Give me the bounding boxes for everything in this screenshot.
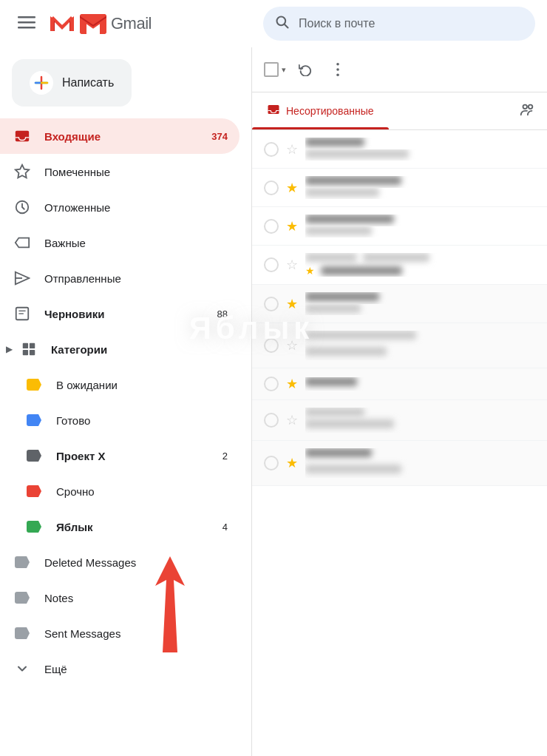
email-checkbox[interactable] — [264, 257, 279, 272]
sidebar-item-more[interactable]: Ещё — [0, 651, 239, 686]
sidebar-item-label-projectx: Проект Х — [56, 450, 222, 462]
checkbox-chevron[interactable]: ▾ — [282, 65, 286, 75]
svg-rect-2 — [18, 27, 35, 29]
projectx-label-icon — [24, 445, 44, 466]
sidebar-item-label-inbox: Входящие — [44, 130, 211, 143]
content-area: ▾ — [251, 47, 547, 756]
email-row[interactable]: ☆ — [252, 323, 547, 368]
star-icon — [12, 161, 33, 182]
sidebar-item-label-drafts: Черновики — [44, 308, 217, 320]
more-options-button[interactable] — [325, 56, 351, 83]
svg-point-25 — [336, 68, 339, 71]
categories-icon — [18, 339, 39, 360]
tab-inbox-icon — [267, 103, 280, 119]
compose-button[interactable]: Написать — [12, 59, 132, 107]
sidebar-item-sentmsg[interactable]: Sent Messages — [0, 615, 239, 651]
email-list: ☆ ★ — [252, 130, 547, 756]
tab-unsorted-label: Несортированные — [286, 105, 374, 117]
email-row[interactable]: ☆ — [252, 400, 547, 441]
email-row[interactable]: ★ — [252, 285, 547, 323]
sidebar-item-notes[interactable]: Notes — [0, 580, 239, 615]
select-all-checkbox[interactable] — [264, 62, 279, 77]
tab-unsorted[interactable]: Несортированные — [252, 92, 389, 129]
sidebar-item-yablyk[interactable]: Яблык 4 — [0, 509, 239, 544]
email-checkbox[interactable] — [264, 297, 279, 311]
sidebar-item-important[interactable]: Важные — [0, 225, 239, 260]
star-icon[interactable]: ☆ — [286, 337, 298, 354]
star-icon[interactable]: ☆ — [286, 257, 298, 273]
sidebar-item-badge-inbox: 374 — [211, 131, 228, 142]
sidebar-item-deleted[interactable]: Deleted Messages — [0, 544, 239, 580]
menu-button[interactable] — [12, 7, 41, 41]
star-icon[interactable]: ★ — [286, 218, 298, 234]
svg-rect-0 — [18, 16, 35, 18]
deleted-label-icon — [12, 552, 33, 573]
star-icon[interactable]: ★ — [286, 376, 298, 392]
refresh-button[interactable] — [292, 56, 319, 83]
sidebar-item-snoozed[interactable]: Отложенные — [0, 189, 239, 225]
svg-point-28 — [523, 104, 528, 109]
sidebar-item-projectx[interactable]: Проект Х 2 — [0, 438, 239, 473]
sidebar-item-categories[interactable]: ▶ Категории — [0, 331, 239, 367]
email-content — [305, 377, 535, 391]
email-checkbox[interactable] — [264, 377, 279, 391]
sidebar-item-done[interactable]: Готово — [0, 402, 239, 438]
svg-marker-14 — [16, 238, 29, 248]
star-icon[interactable]: ☆ — [286, 141, 298, 158]
sidebar-item-label-notes: Notes — [44, 592, 228, 604]
sidebar-item-waiting[interactable]: В ожидании — [0, 367, 239, 402]
email-checkbox[interactable] — [264, 456, 279, 470]
email-row[interactable]: ★ — [252, 169, 547, 207]
svg-rect-1 — [18, 21, 35, 24]
email-row[interactable]: ☆ — [252, 130, 547, 169]
sidebar-item-inbox[interactable]: Входящие 374 — [0, 118, 239, 154]
search-icon — [275, 15, 290, 33]
gmail-title: Gmail — [111, 14, 152, 33]
svg-rect-22 — [23, 350, 28, 355]
email-checkbox[interactable] — [264, 180, 279, 195]
sidebar-item-label-important: Важные — [44, 237, 228, 249]
sidebar-item-label-urgent: Срочно — [56, 485, 228, 498]
toolbar: ▾ — [252, 47, 547, 92]
search-bar[interactable]: Поиск в почте — [263, 7, 535, 41]
email-row[interactable]: ★ — [252, 441, 547, 486]
sidebar-item-label-deleted: Deleted Messages — [44, 556, 228, 569]
svg-rect-23 — [30, 350, 35, 355]
waiting-label-icon — [24, 374, 44, 395]
sidebar-item-urgent[interactable]: Срочно — [0, 473, 239, 509]
sidebar-item-label-categories: Категории — [51, 343, 228, 356]
sidebar-item-starred[interactable]: Помеченные — [0, 154, 239, 189]
expand-icon: ▶ — [6, 344, 13, 354]
contacts-button[interactable] — [519, 101, 547, 121]
important-icon — [12, 232, 33, 253]
sidebar-item-label-waiting: В ожидании — [56, 379, 228, 391]
email-content — [305, 292, 535, 315]
email-content — [305, 138, 535, 161]
email-row[interactable]: ★ — [252, 368, 547, 400]
star-icon[interactable]: ☆ — [286, 412, 298, 428]
inbox-icon — [12, 126, 33, 146]
email-row[interactable]: ★ — [252, 207, 547, 246]
sidebar-item-label-starred: Помеченные — [44, 166, 228, 178]
star-icon[interactable]: ★ — [286, 455, 298, 471]
search-placeholder: Поиск в почте — [299, 17, 375, 30]
sidebar-item-label-sentmsg: Sent Messages — [44, 627, 228, 640]
sidebar: Написать Входящие 374 Помеченные — [0, 47, 251, 756]
svg-line-5 — [285, 24, 288, 27]
sidebar-item-label-sent: Отправленные — [44, 272, 228, 285]
svg-point-26 — [336, 73, 339, 76]
email-checkbox[interactable] — [264, 219, 279, 234]
compose-label: Написать — [62, 76, 114, 90]
sidebar-item-sent[interactable]: Отправленные — [0, 260, 239, 296]
email-checkbox[interactable] — [264, 413, 279, 428]
email-checkbox[interactable] — [264, 142, 279, 157]
star-icon[interactable]: ★ — [286, 296, 298, 312]
email-checkbox[interactable] — [264, 338, 279, 353]
more-icon — [12, 658, 33, 679]
email-row[interactable]: ☆ ★ — [252, 246, 547, 285]
compose-plus-icon — [30, 71, 53, 95]
email-content — [305, 448, 535, 478]
sidebar-item-drafts[interactable]: Черновики 88 — [0, 296, 239, 331]
sidebar-item-label-yablyk: Яблык — [56, 521, 222, 533]
star-icon[interactable]: ★ — [286, 180, 298, 196]
